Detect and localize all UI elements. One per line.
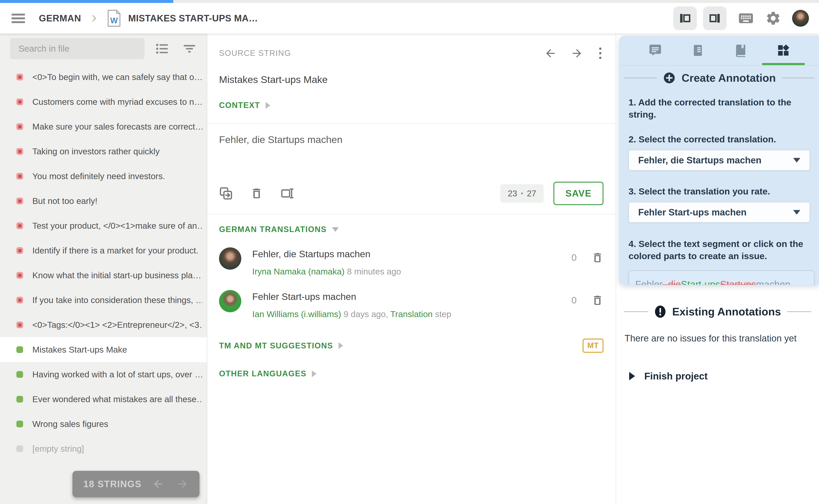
delete-translation-icon[interactable] [591,252,604,264]
strings-pager: 18 STRINGS [72,471,199,497]
translation-author-link[interactable]: Iryna Namaka (namaka) [252,267,345,276]
string-text: <0>To begin with, we can safely say that… [32,72,202,82]
string-item[interactable]: Test your product, </0><1>make sure of a… [0,213,207,238]
translation-editor-app: GERMAN W MISTAKES START-UPS MA… [0,0,819,504]
string-text: If you take into consideration these thi… [32,295,202,305]
status-badge [16,396,23,403]
translation-entry: Fehler, die Startups machen Iryna Namaka… [207,234,615,277]
string-item[interactable]: Customers come with myriad excuses to n… [0,89,207,114]
translation-step-link[interactable]: Translation [390,309,433,319]
corrected-translation-dropdown[interactable]: Fehler, die Startups machen [629,150,810,171]
tab-comments[interactable] [634,36,677,65]
status-badge [16,421,23,427]
string-item[interactable]: Make sure your sales forecasts are corre… [0,114,207,139]
translation-input[interactable]: Fehler, die Startups machen [207,124,615,174]
string-item[interactable]: Know what the initial start-up business … [0,263,207,288]
string-item[interactable]: But not too early! [0,189,207,213]
rule-line [787,311,811,312]
rule-line [624,77,657,78]
german-translations-toggle[interactable]: GERMAN TRANSLATIONS [219,225,604,234]
exclamation-circle-icon [654,305,666,318]
pager-next-icon[interactable] [176,478,189,490]
no-issues-text: There are no issues for this translation… [616,333,819,344]
list-view-icon[interactable] [155,41,170,56]
string-item[interactable]: Ever wondered what mistakes are all thes… [0,387,207,412]
next-string-icon[interactable] [571,47,583,60]
string-item-selected[interactable]: Mistakes Start-ups Make [0,337,207,362]
string-text: [empty string] [32,444,84,454]
other-languages-toggle[interactable]: OTHER LANGUAGES [219,369,604,378]
panel-right-toggle-button[interactable] [703,7,727,30]
string-item[interactable]: Having worked with a lot of start ups, o… [0,362,207,387]
string-item[interactable]: Wrong sales figures [0,412,207,436]
translator-avatar[interactable] [219,290,241,312]
existing-annotations-title: Existing Annotations [672,305,781,318]
string-item[interactable]: <0>To begin with, we can safely say that… [0,65,207,89]
gear-icon[interactable] [765,10,781,26]
expand-triangle-icon [339,342,343,349]
status-badge [16,148,23,155]
keyboard-shortcuts-icon[interactable] [738,10,754,27]
translation-text: Fehler, die Startups machen [252,249,401,260]
copy-source-icon[interactable] [219,186,233,200]
save-button[interactable]: SAVE [553,182,604,205]
annotation-panel: Create Annotation 1. Add the corrected t… [616,34,819,504]
string-item[interactable]: You most definitely need investors. [0,164,207,189]
tab-glossary[interactable] [719,36,762,65]
string-list: <0>To begin with, we can safely say that… [0,65,207,461]
diff-segment[interactable]: Fehler, dieStart-ups Startups machen [629,270,814,285]
previous-string-icon[interactable] [544,47,557,60]
triangle-icon [629,372,635,380]
rated-translation-value: Fehler Start-ups machen [638,207,747,218]
translator-avatar[interactable] [219,247,241,270]
string-item[interactable]: Identify if there is a market for your p… [0,238,207,263]
hamburger-menu-icon[interactable] [12,12,25,25]
annotation-step-1: 1. Add the corrected translation to the … [619,96,819,121]
char-count-separator: • [521,190,523,197]
pager-prev-icon[interactable] [152,478,164,490]
strings-count: 18 STRINGS [83,479,142,489]
rated-translation-dropdown[interactable]: Fehler Start-ups machen [629,202,810,223]
translation-time: 8 minutes ago [347,267,401,276]
file-title: MISTAKES START-UPS MA… [128,13,258,24]
tm-suggestions-label: TM AND MT SUGGESTIONS [219,341,333,350]
panel-left-toggle-button[interactable] [673,7,697,30]
text-cursor-icon[interactable] [280,186,294,200]
filter-icon[interactable] [182,41,197,56]
delete-translation-icon[interactable] [591,294,604,306]
clear-translation-trash-icon[interactable] [250,187,263,200]
string-text: <0>Tags:</0><1> <2>Entrepreneur</2>, <3… [32,320,202,330]
search-input[interactable] [10,38,144,59]
tm-suggestions-toggle[interactable]: TM AND MT SUGGESTIONS [219,341,343,350]
chevron-down-icon [793,158,800,163]
rule-line [782,77,814,78]
context-section-toggle[interactable]: CONTEXT [219,101,604,110]
diff-removed[interactable]: , die [663,279,681,285]
string-text: Test your product, </0><1>make sure of a… [32,221,202,231]
corrected-translation-value: Fehler, die Startups machen [638,155,761,165]
breadcrumb-language[interactable]: GERMAN [39,13,81,24]
string-text: Know what the initial start-up business … [32,270,201,280]
mt-badge: MT [583,339,604,353]
diff-inserted[interactable]: Start-ups [681,279,720,285]
plus-circle-icon [663,71,676,84]
diff-unchanged[interactable]: Fehler [635,279,663,285]
status-badge [16,445,23,452]
svg-text:W: W [110,16,118,25]
diff-removed[interactable]: Startups [720,279,756,285]
user-avatar[interactable] [792,10,809,27]
string-item[interactable]: Taking on investors rather quickly [0,139,207,164]
translation-votes: 0 [571,252,577,263]
tab-document[interactable] [677,36,719,65]
tab-annotations-active[interactable] [762,36,805,65]
status-badge [16,198,23,204]
source-text: Mistakes Start-ups Make [207,60,615,85]
string-item[interactable]: If you take into consideration these thi… [0,288,207,312]
status-badge [16,98,23,105]
string-item[interactable]: <0>Tags:</0><1> <2>Entrepreneur</2>, <3… [0,312,207,337]
diff-unchanged[interactable]: machen [756,279,790,285]
string-item[interactable]: [empty string] [0,436,207,461]
finish-project-toggle[interactable]: Finish project [616,370,819,382]
more-options-icon[interactable] [597,47,604,60]
translation-author-link[interactable]: Ian Williams (i.williams) [252,309,341,319]
